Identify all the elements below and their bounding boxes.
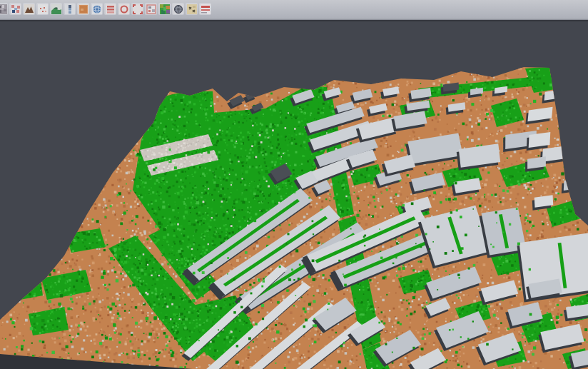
mesh-icon — [173, 4, 183, 14]
toolbar-button-orthomosaic[interactable] — [77, 3, 89, 15]
bounding-box-icon — [133, 4, 143, 14]
toolbar-button-dense-cloud[interactable] — [50, 3, 62, 15]
sparse-cloud-icon — [38, 4, 48, 14]
report-icon — [201, 4, 211, 14]
toolbar-button-dem[interactable] — [23, 3, 35, 15]
dense-cloud-icon — [51, 4, 61, 14]
toolbar-button-sparse-cloud[interactable] — [36, 3, 49, 15]
toolbar-button-report[interactable] — [199, 3, 211, 15]
toolbar-button-classification[interactable] — [158, 3, 171, 15]
dem-icon — [24, 4, 34, 14]
region-icon — [119, 4, 129, 14]
globe-icon — [92, 4, 102, 14]
scale-bar-icon — [65, 4, 75, 14]
application-window — [0, 0, 588, 369]
tie-points-icon — [11, 4, 21, 14]
classification-icon — [160, 4, 170, 14]
toolbar-button-region[interactable] — [118, 3, 130, 15]
toolbar — [0, 0, 588, 18]
toolbar-button-texture-view[interactable] — [0, 3, 8, 15]
toolbar-button-scale-bar[interactable] — [64, 3, 76, 15]
3d-viewport[interactable] — [0, 20, 588, 369]
toolbar-button-contour-lines[interactable] — [104, 3, 116, 15]
toolbar-button-tie-points[interactable] — [9, 3, 21, 15]
contour-lines-icon — [106, 4, 116, 14]
orthomosaic-icon — [78, 4, 88, 14]
toolbar-button-bounding-box[interactable] — [131, 3, 143, 15]
toolbar-button-photo-overlay[interactable] — [145, 3, 157, 15]
toolbar-button-mesh[interactable] — [172, 3, 184, 15]
texture-view-icon — [0, 4, 7, 14]
markers-icon — [187, 4, 197, 14]
toolbar-button-markers[interactable] — [186, 3, 198, 15]
toolbar-button-globe[interactable] — [91, 3, 103, 15]
photo-overlay-icon — [146, 4, 156, 14]
